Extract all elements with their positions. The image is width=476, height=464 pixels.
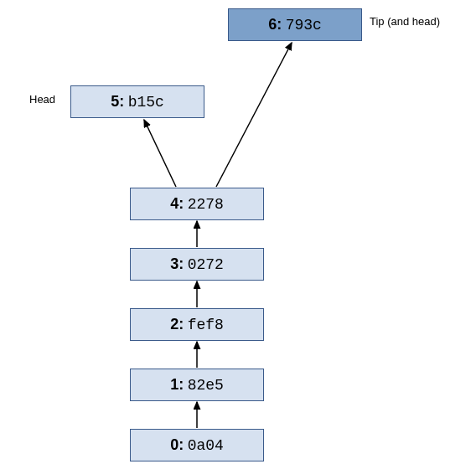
commit-hash: b15c xyxy=(128,94,164,111)
commit-node-4: 4: 2278 xyxy=(130,188,264,220)
commit-hash: 0a04 xyxy=(188,437,224,454)
commit-index: 0: xyxy=(170,436,184,453)
commit-hash: 2278 xyxy=(188,196,224,213)
commit-hash: 793c xyxy=(286,17,322,34)
commit-hash: 0272 xyxy=(188,256,224,273)
svg-line-4 xyxy=(144,120,176,187)
commit-hash: fef8 xyxy=(188,317,224,333)
commit-index: 4: xyxy=(170,195,184,212)
commit-node-3: 3: 0272 xyxy=(130,248,264,281)
head-label: Head xyxy=(29,93,55,106)
tip-label: Tip (and head) xyxy=(370,15,440,28)
commit-index: 1: xyxy=(170,376,184,393)
commit-index: 6: xyxy=(268,16,282,33)
commit-node-0: 0: 0a04 xyxy=(130,429,264,461)
commit-node-5: 5: b15c xyxy=(70,85,204,118)
commit-index: 5: xyxy=(111,93,124,110)
commit-node-6: 6: 793c xyxy=(228,8,362,41)
commit-node-2: 2: fef8 xyxy=(130,308,264,341)
commit-index: 2: xyxy=(170,316,184,333)
commit-hash: 82e5 xyxy=(188,377,224,394)
svg-line-5 xyxy=(216,43,292,187)
commit-index: 3: xyxy=(170,255,184,272)
commit-node-1: 1: 82e5 xyxy=(130,369,264,401)
